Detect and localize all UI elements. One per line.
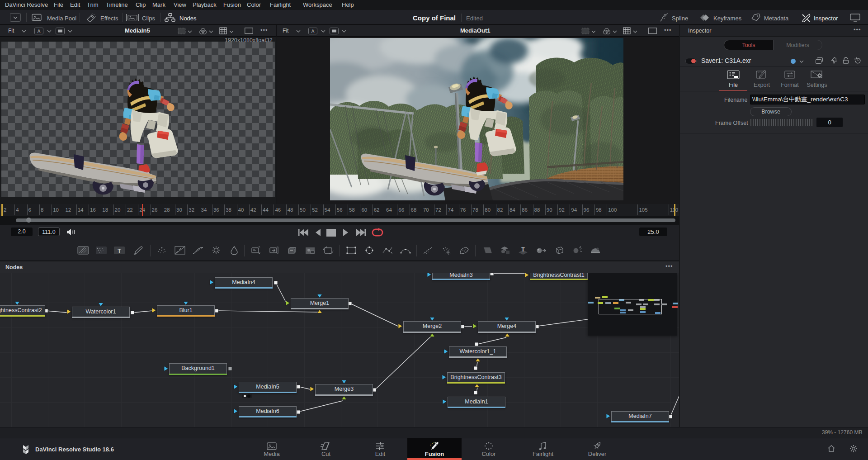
- svg-text:A: A: [311, 29, 315, 34]
- svg-text:A: A: [38, 29, 41, 34]
- svg-text:T: T: [521, 247, 525, 253]
- svg-text:T: T: [118, 247, 121, 254]
